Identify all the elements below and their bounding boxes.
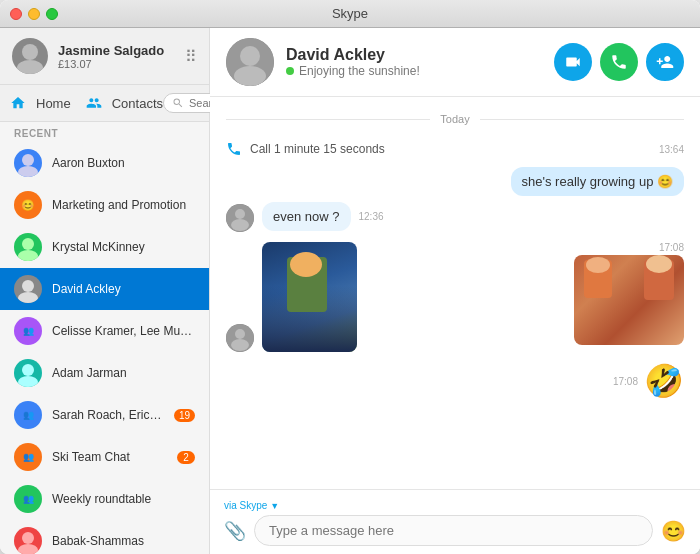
grid-icon[interactable]: ⠿ — [185, 47, 197, 66]
contact-item-aaron[interactable]: Aaron Buxton — [0, 142, 209, 184]
recent-label: RECENT — [0, 122, 209, 142]
nav-icons: Home Contacts — [10, 91, 163, 115]
contact-avatar-weekly: 👥 — [14, 485, 42, 513]
msg-text-1: she's really growing up 😊 — [522, 174, 673, 189]
contact-avatar-adam — [14, 359, 42, 387]
app-window: Skype Jasmine Salgado £13.07 ⠿ — [0, 0, 700, 554]
contact-name-marketing: Marketing and Promotion — [52, 198, 195, 212]
contacts-label: Contacts — [112, 96, 163, 111]
date-label: Today — [430, 113, 479, 125]
contact-name-david: David Ackley — [52, 282, 195, 296]
chat-status-text: Enjoying the sunshine! — [299, 64, 420, 78]
contact-avatar-celisse: 👥 — [14, 317, 42, 345]
call-icon — [226, 141, 242, 157]
incoming-photo-group — [226, 242, 357, 352]
voice-call-button[interactable] — [600, 43, 638, 81]
chat-area: David Ackley Enjoying the sunshine! — [210, 28, 700, 554]
photo-time-right: 17:08 — [659, 242, 684, 253]
user-info: Jasmine Salgado £13.07 — [58, 43, 175, 70]
sidebar: Jasmine Salgado £13.07 ⠿ Home Contact — [0, 28, 210, 554]
msg-bubble-1: she's really growing up 😊 — [511, 167, 684, 196]
contact-avatar-sarah: 👥 — [14, 401, 42, 429]
msg-group-incoming: even now ? 12:36 — [226, 202, 684, 232]
user-name: Jasmine Salgado — [58, 43, 175, 58]
svg-point-9 — [18, 376, 38, 387]
close-button[interactable] — [10, 8, 22, 20]
incoming-avatar — [226, 204, 254, 232]
user-avatar — [12, 38, 48, 74]
input-row: 📎 😊 — [224, 515, 686, 546]
home-icon — [10, 95, 26, 111]
titlebar: Skype — [0, 0, 700, 28]
contact-item-babak[interactable]: Babak-Shammas — [0, 520, 209, 554]
svg-point-7 — [18, 292, 38, 303]
svg-point-11 — [18, 544, 38, 554]
svg-point-8 — [22, 364, 34, 376]
window-title: Skype — [332, 6, 368, 21]
incoming-photo — [262, 242, 357, 352]
photo-family — [574, 255, 684, 345]
minimize-button[interactable] — [28, 8, 40, 20]
call-notification: Call 1 minute 15 seconds 13:64 — [226, 137, 684, 161]
contact-item-sarah[interactable]: 👥 Sarah Roach, Eric Ishida 19 — [0, 394, 209, 436]
svg-point-20 — [231, 339, 249, 351]
main-content: Jasmine Salgado £13.07 ⠿ Home Contact — [0, 28, 700, 554]
user-profile: Jasmine Salgado £13.07 ⠿ — [0, 28, 209, 85]
chat-user-avatar — [226, 38, 274, 86]
contact-avatar-david — [14, 275, 42, 303]
msg-time-2: 12:36 — [359, 211, 384, 222]
chat-header: David Ackley Enjoying the sunshine! — [210, 28, 700, 97]
contact-item-adam[interactable]: Adam Jarman — [0, 352, 209, 394]
svg-point-14 — [234, 66, 266, 86]
chat-messages: Today Call 1 minute 15 seconds 13:64 she… — [210, 97, 700, 489]
maximize-button[interactable] — [46, 8, 58, 20]
home-label: Home — [36, 96, 71, 111]
svg-point-19 — [235, 329, 245, 339]
sidebar-item-contacts[interactable]: Contacts — [86, 91, 163, 115]
chat-actions — [554, 43, 684, 81]
attach-button[interactable]: 📎 — [224, 520, 246, 542]
msg-row-outgoing-1: she's really growing up 😊 — [226, 167, 684, 196]
call-time: 13:64 — [659, 144, 684, 155]
msg-bubble-2: even now ? — [262, 202, 351, 231]
sidebar-item-home[interactable]: Home — [10, 91, 71, 115]
via-skype-label: via Skype — [224, 500, 267, 511]
outgoing-photo-group: 17:08 — [574, 242, 684, 345]
contact-item-ski[interactable]: 👥 Ski Team Chat 2 — [0, 436, 209, 478]
video-icon — [564, 53, 582, 71]
svg-point-4 — [22, 238, 34, 250]
contact-item-david[interactable]: David Ackley — [0, 268, 209, 310]
svg-point-6 — [22, 280, 34, 292]
chat-user-info: David Ackley Enjoying the sunshine! — [286, 46, 542, 78]
contact-item-weekly[interactable]: 👥 Weekly roundtable — [0, 478, 209, 520]
images-row: 17:08 — [226, 242, 684, 352]
user-balance: £13.07 — [58, 58, 175, 70]
contacts-icon — [86, 95, 102, 111]
contact-avatar-babak — [14, 527, 42, 554]
svg-point-0 — [22, 44, 38, 60]
contact-avatar-marketing: 😊 — [14, 191, 42, 219]
message-input[interactable] — [254, 515, 653, 546]
svg-point-1 — [17, 60, 43, 74]
contact-name-adam: Adam Jarman — [52, 366, 195, 380]
contact-item-celisse[interactable]: 👥 Celisse Kramer, Lee Murphy, MJ... — [0, 310, 209, 352]
call-text: Call 1 minute 15 seconds — [250, 142, 385, 156]
msg-row-incoming-1: even now ? 12:36 — [262, 202, 384, 231]
emoji-msg-time: 17:08 — [613, 376, 638, 387]
incoming-messages: even now ? 12:36 — [262, 202, 384, 231]
contact-avatar-krystal — [14, 233, 42, 261]
svg-point-16 — [235, 209, 245, 219]
contact-name-aaron: Aaron Buxton — [52, 156, 195, 170]
emoji-button[interactable]: 😊 — [661, 519, 686, 543]
svg-point-3 — [18, 166, 38, 177]
chat-input-area: via Skype ▼ 📎 😊 — [210, 489, 700, 554]
contact-item-krystal[interactable]: Krystal McKinney — [0, 226, 209, 268]
emoji-msg-row: 17:08 🤣 — [226, 362, 684, 400]
msg-text-2: even now ? — [273, 209, 340, 224]
svg-point-13 — [240, 46, 260, 66]
video-call-button[interactable] — [554, 43, 592, 81]
add-person-icon — [656, 53, 674, 71]
add-contact-button[interactable] — [646, 43, 684, 81]
chat-user-status: Enjoying the sunshine! — [286, 64, 542, 78]
contact-item-marketing[interactable]: 😊 Marketing and Promotion — [0, 184, 209, 226]
